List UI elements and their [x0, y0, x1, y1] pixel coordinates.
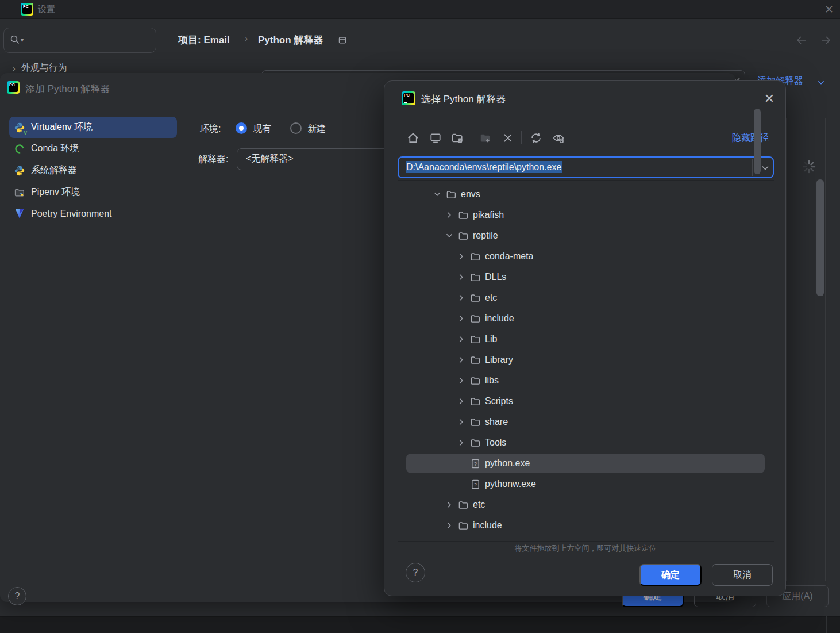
select-dialog-title: 选择 Python 解释器: [421, 93, 506, 106]
chevron-down-icon[interactable]: [760, 162, 771, 174]
chevron-collapsed-icon[interactable]: [456, 251, 467, 262]
tree-row-label: reptile: [473, 231, 498, 241]
tree-row-folder[interactable]: etc: [398, 494, 774, 515]
settings-titlebar: [0, 0, 840, 19]
tree-row-folder[interactable]: envs: [398, 184, 774, 205]
chevron-collapsed-icon[interactable]: [456, 293, 467, 303]
tree-row-folder[interactable]: libs: [398, 370, 774, 391]
chevron-collapsed-icon[interactable]: [456, 417, 467, 427]
dialog-ok-button[interactable]: 确定: [639, 564, 702, 586]
hide-path-link[interactable]: 隐藏路径: [732, 132, 769, 144]
radio-new[interactable]: [290, 122, 302, 134]
show-hidden-files-icon[interactable]: [550, 129, 567, 147]
tree-row-folder[interactable]: conda-meta: [398, 246, 774, 267]
new-folder-icon[interactable]: [477, 129, 494, 147]
folder-icon: [458, 231, 469, 241]
tree-row-file[interactable]: ?python.exe: [398, 453, 774, 474]
desktop-icon[interactable]: [427, 129, 444, 147]
back-arrow-icon[interactable]: [795, 33, 808, 47]
folder-icon: [458, 500, 469, 511]
pycharm-logo-icon: PC: [21, 3, 33, 16]
sidebar-item-pipenv[interactable]: Pipenv 环境: [9, 182, 177, 203]
tree-row-folder[interactable]: pikafish: [398, 205, 774, 225]
pycharm-settings-screen: PC 设置 ✕ ▾ 项目: Email › Python 解释器 › 外观与行为…: [0, 0, 840, 633]
delete-icon[interactable]: [499, 129, 517, 147]
sidebar-item-label: Poetry Environment: [31, 209, 112, 219]
sidebar-item-virtualenv[interactable]: v Virtualenv 环境: [9, 117, 177, 138]
tree-row-label: python.exe: [485, 458, 530, 469]
folder-icon: [470, 251, 481, 262]
chevron-collapsed-icon[interactable]: [456, 438, 467, 448]
settings-nav-appearance[interactable]: › 外观与行为: [13, 62, 67, 74]
forward-arrow-icon[interactable]: [819, 33, 833, 47]
folder-icon: [458, 210, 469, 221]
add-dialog-title: 添加 Python 解释器: [25, 82, 110, 95]
settings-search-input[interactable]: [3, 28, 156, 53]
chevron-right-icon: ›: [13, 64, 16, 73]
path-input[interactable]: D:\Aanaconda\envs\reptile\python.exe: [398, 156, 774, 178]
tree-row-folder[interactable]: reptile: [398, 225, 774, 246]
pycharm-logo-icon: PC: [402, 91, 415, 105]
tree-row-folder[interactable]: Lib: [398, 329, 774, 350]
chevron-collapsed-icon[interactable]: [444, 520, 454, 531]
help-button[interactable]: ?: [406, 563, 425, 582]
chevron-expanded-icon[interactable]: [444, 231, 454, 241]
folder-icon: [446, 189, 457, 200]
chevron-collapsed-icon[interactable]: [456, 355, 467, 365]
loading-spinner-icon: [801, 159, 817, 175]
chevron-expanded-icon[interactable]: [432, 189, 442, 200]
folder-icon: [458, 520, 469, 531]
radio-existing[interactable]: [236, 122, 247, 134]
chevron-collapsed-icon[interactable]: [444, 210, 454, 220]
tree-row-file[interactable]: ?pythonw.exe: [398, 474, 774, 494]
window-bottom-edge: [0, 616, 840, 633]
background-scrollbar-thumb[interactable]: [816, 179, 824, 296]
sidebar-item-poetry[interactable]: Poetry Environment: [9, 203, 177, 224]
sidebar-item-system[interactable]: 系统解释器: [9, 160, 177, 181]
tree-row-folder[interactable]: Library: [398, 350, 774, 370]
folder-icon: [470, 313, 481, 324]
tree-row-folder[interactable]: Scripts: [398, 391, 774, 412]
chevron-collapsed-icon[interactable]: [456, 334, 467, 344]
tree-row-folder[interactable]: etc: [398, 287, 774, 308]
folder-settings-icon[interactable]: [449, 129, 466, 147]
poetry-icon: [14, 208, 25, 220]
tree-row-folder[interactable]: include: [398, 515, 774, 536]
tree-row-folder[interactable]: share: [398, 412, 774, 432]
home-icon[interactable]: [404, 129, 422, 147]
chevron-collapsed-icon[interactable]: [444, 541, 454, 542]
svg-text:?: ?: [474, 460, 477, 466]
conda-icon: [14, 143, 25, 155]
chevron-collapsed-icon[interactable]: [456, 313, 467, 324]
drag-hint-text: 将文件拖放到上方空间，即可对其快速定位: [384, 543, 787, 554]
tree-row-folder[interactable]: DLLs: [398, 267, 774, 287]
settings-close-icon[interactable]: ✕: [820, 0, 838, 16]
radio-new-label[interactable]: 新建: [307, 123, 326, 135]
folder-icon: [470, 355, 481, 366]
chevron-collapsed-icon[interactable]: [444, 500, 454, 510]
tree-row-folder[interactable]: include: [398, 308, 774, 329]
tree-row-label: Lib: [485, 334, 497, 344]
tree-row-label: DLLs: [485, 272, 506, 282]
sidebar-item-conda[interactable]: Conda 环境: [9, 138, 177, 159]
close-icon[interactable]: ✕: [761, 91, 777, 106]
tree-row-label: etc: [473, 500, 485, 510]
breadcrumb-page[interactable]: Python 解释器: [258, 33, 323, 47]
breadcrumb-project[interactable]: 项目: Email: [178, 33, 230, 47]
dialog-cancel-button[interactable]: 取消: [712, 564, 773, 586]
chevron-collapsed-icon[interactable]: [456, 375, 467, 386]
folder-icon: [470, 417, 481, 428]
help-button[interactable]: ?: [8, 587, 26, 605]
chevron-collapsed-icon[interactable]: [456, 272, 467, 282]
radio-existing-label[interactable]: 现有: [253, 123, 271, 135]
tree-scrollbar-thumb[interactable]: [754, 109, 761, 174]
python-icon: [14, 165, 25, 177]
breadcrumb-separator: ›: [245, 33, 248, 44]
window-bottom-divider: [826, 616, 827, 633]
page-window-icon[interactable]: [338, 36, 347, 45]
refresh-icon[interactable]: [527, 129, 545, 147]
tree-row-folder[interactable]: [398, 536, 774, 542]
path-value: D:\Aanaconda\envs\reptile\python.exe: [406, 162, 562, 172]
chevron-collapsed-icon[interactable]: [456, 396, 467, 406]
tree-row-folder[interactable]: Tools: [398, 432, 774, 453]
